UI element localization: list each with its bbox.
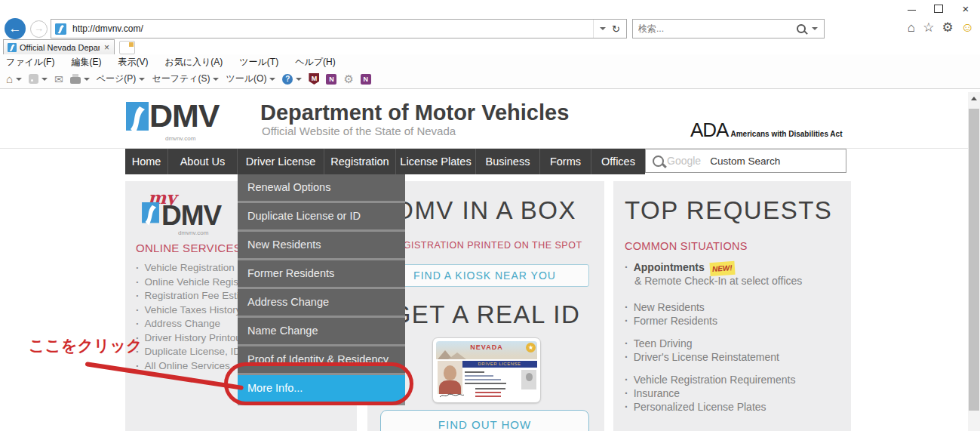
command-help-menu[interactable]: ? [282,74,302,85]
command-mail-button[interactable]: ✉ [54,73,63,85]
dropdown-renewal-options[interactable]: Renewal Options [238,174,405,203]
browser-search-input[interactable] [633,23,791,35]
request-link[interactable]: Insurance [625,386,795,400]
dropdown-former-residents[interactable]: Former Residents [238,260,405,289]
browser-search-box[interactable] [632,19,825,38]
forward-button[interactable]: → [30,20,48,38]
browser-menubar: ファイル(F) 編集(E) 表示(V) お気に入り(A) ツール(T) ヘルプ(… [0,54,980,69]
dropdown-name-change[interactable]: Name Change [238,318,405,346]
tab-favicon [8,43,17,52]
tab-close-icon[interactable]: × [100,42,114,53]
appointments-link[interactable]: AppointmentsNEW! [625,260,734,276]
autocomplete-caret-icon[interactable] [600,27,606,30]
request-link[interactable]: Vehicle Registration Requirements [625,373,795,386]
tab-bar: Official Nevada Department... × [0,39,980,54]
menu-favorites[interactable]: お気に入り(A) [164,56,223,69]
mydmv-logo-subtext: dmvnv.com [178,229,208,236]
dmv-logo[interactable]: DMV dmvnv.com [126,102,247,138]
safety-menu-label: セーフティ(S) [152,72,210,85]
command-page-menu[interactable]: ページ(P) [97,72,146,85]
maximize-icon [934,5,943,13]
search-icon[interactable] [797,24,806,33]
card-number-line [475,388,505,389]
feedback-smiley-icon[interactable]: ☺ [961,18,974,38]
mydmv-logo[interactable]: DMV [142,202,221,229]
page-menu-label: ページ(P) [97,72,137,85]
minimize-button[interactable] [899,2,924,15]
card-text-line [465,383,506,384]
mail-icon: ✉ [54,73,63,85]
command-print-button[interactable] [70,74,90,84]
back-button[interactable]: ← [5,18,26,39]
appointments-subtext: & Remote Check-In at select offices [634,275,802,287]
settings-gear-icon[interactable]: ⚙ [942,18,953,38]
request-link[interactable]: New Residents [625,300,717,314]
dropdown-new-residents[interactable]: New Residents [238,232,405,260]
request-link[interactable]: Teen Driving [625,337,779,350]
browser-action-icons: ⌂ ☆ ⚙ ☺ [908,18,974,38]
menu-help[interactable]: ヘルプ(H) [295,56,336,69]
nav-business[interactable]: Business [476,149,540,174]
gear-icon: ⚙ [343,72,353,86]
favorites-star-icon[interactable]: ☆ [923,18,934,38]
dropdown-address-change[interactable]: Address Change [238,289,405,318]
scroll-up-button[interactable] [968,92,980,104]
card-portrait [438,361,462,394]
command-tools-menu[interactable]: ツール(O) [226,72,275,85]
command-feeds-button[interactable] [29,74,48,84]
search-caret-icon[interactable] [812,27,818,30]
caret-icon [296,78,302,81]
request-link[interactable]: Former Residents [625,314,717,328]
refresh-icon[interactable]: ↻ [612,23,620,35]
url-input[interactable] [71,23,593,35]
nav-home[interactable]: Home [125,149,168,174]
onenote-clip-icon: N [361,74,371,85]
dropdown-duplicate-license[interactable]: Duplicate License or ID [238,203,405,232]
menu-edit[interactable]: 編集(E) [71,56,101,69]
nav-offices[interactable]: Offices [591,149,645,174]
caret-icon [213,78,219,81]
menu-tools[interactable]: ツール(T) [239,56,278,69]
site-subtitle: Official Website of the State of Nevada [262,125,456,137]
address-tools: ↻ [593,20,626,38]
onenote-linked-notes-button[interactable]: N [361,74,371,85]
main-navigation: Home About Us Driver License Registratio… [125,149,645,174]
maximize-button[interactable] [926,2,951,15]
caret-icon [84,78,90,81]
onenote-send-button[interactable]: N [326,74,336,85]
addon-settings-button[interactable]: ⚙ [343,72,353,86]
command-home-button[interactable]: ⌂ [6,72,22,85]
home-icon[interactable]: ⌂ [908,18,915,38]
ada-link[interactable]: ADAAmericans with Disabilities Act [690,119,842,142]
menu-view[interactable]: 表示(V) [118,56,148,69]
nav-driver-license[interactable]: Driver License [238,149,324,174]
nav-registration[interactable]: Registration [324,149,396,174]
request-link[interactable]: Personalized License Plates [625,400,795,414]
scrollbar-thumb[interactable] [969,109,979,411]
mcafee-addon-button[interactable]: M [309,73,319,85]
site-search-placeholder: Custom Search [710,155,780,167]
vertical-scrollbar[interactable] [968,92,980,431]
find-out-how-button[interactable]: FIND OUT HOW [380,410,589,431]
top-requests-title: TOP REQUESTS [625,196,832,225]
request-link[interactable]: Driver's License Reinstatement [625,350,779,364]
browser-address-row: ← → ↻ ⌂ ☆ ⚙ ☺ [0,17,980,39]
annotation-highlight-oval [224,362,413,405]
menu-file[interactable]: ファイル(F) [6,56,54,69]
tab-official-nevada[interactable]: Official Nevada Department... × [3,39,115,54]
new-tab-button[interactable] [119,41,135,54]
ada-text: ADA [690,119,728,141]
request-group-driving: Teen Driving Driver's License Reinstatem… [625,337,779,364]
caret-icon [269,78,275,81]
nav-about-us[interactable]: About Us [168,149,238,174]
find-kiosk-button[interactable]: FIND A KIOSK NEAR YOU [380,264,589,287]
nav-forms[interactable]: Forms [540,149,591,174]
click-here-annotation: ここをクリック [29,335,142,356]
tab-title: Official Nevada Department... [20,43,100,52]
site-search-box[interactable]: Google Custom Search [645,149,846,173]
nav-license-plates[interactable]: License Plates [396,149,476,174]
command-safety-menu[interactable]: セーフティ(S) [152,72,219,85]
address-bar[interactable]: ↻ [51,19,627,38]
close-button[interactable]: × [953,2,978,15]
portrait-head [444,365,456,380]
